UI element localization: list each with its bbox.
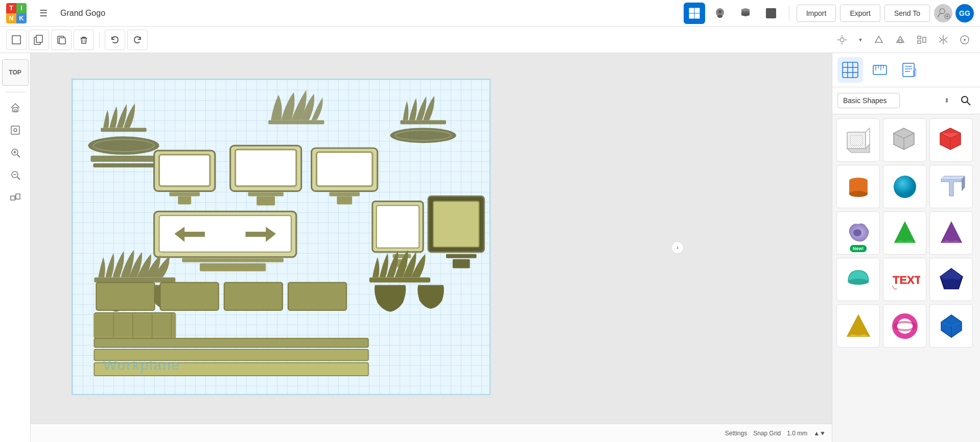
svg-rect-56 bbox=[178, 197, 191, 205]
hamburger-menu[interactable]: ☰ bbox=[33, 3, 54, 24]
shape-sphere[interactable] bbox=[883, 165, 926, 208]
export-button[interactable]: Export bbox=[840, 5, 880, 22]
snap-grid-adjust[interactable]: ▲▼ bbox=[813, 430, 826, 437]
logo-i: I bbox=[16, 3, 27, 13]
shape-blue-gem[interactable] bbox=[929, 304, 973, 348]
mirror-tool[interactable] bbox=[934, 31, 952, 49]
user-avatar[interactable]: GG bbox=[955, 4, 974, 22]
svg-rect-80 bbox=[94, 277, 175, 282]
svg-rect-3 bbox=[695, 14, 699, 18]
svg-rect-47 bbox=[268, 120, 324, 124]
duplicate-tool[interactable] bbox=[51, 30, 72, 50]
svg-point-120 bbox=[895, 316, 915, 336]
import-button[interactable]: Import bbox=[797, 5, 836, 22]
search-shapes-btn[interactable] bbox=[956, 91, 975, 110]
build-view-btn[interactable] bbox=[735, 3, 756, 24]
svg-rect-113 bbox=[850, 135, 862, 145]
app-logo: T I N K bbox=[6, 3, 27, 23]
shapes-category-dropdown[interactable]: Basic Shapes Featured Text & Numbers Con… bbox=[837, 93, 900, 108]
svg-rect-89 bbox=[160, 282, 219, 310]
shape-box-hole[interactable] bbox=[836, 118, 880, 162]
ruler-tab-btn[interactable] bbox=[867, 57, 893, 83]
svg-rect-55 bbox=[169, 192, 200, 197]
topbar: T I N K ☰ Grand Gogo Import Export Send … bbox=[0, 0, 980, 27]
shape-text-red[interactable]: TEXT bbox=[883, 258, 926, 301]
light-tool[interactable] bbox=[833, 31, 851, 49]
svg-rect-91 bbox=[288, 282, 346, 310]
svg-rect-34 bbox=[11, 126, 19, 134]
zoom-out-btn[interactable] bbox=[6, 166, 25, 184]
svg-rect-70 bbox=[182, 258, 284, 262]
svg-rect-71 bbox=[200, 263, 266, 272]
dropdown-arrow: ⬍ bbox=[944, 97, 949, 104]
svg-point-4 bbox=[718, 10, 721, 13]
svg-rect-81 bbox=[369, 277, 430, 282]
perspective-btn[interactable] bbox=[6, 188, 25, 207]
shape-scribble[interactable]: New! bbox=[836, 211, 880, 255]
shape-pyramid-green[interactable] bbox=[883, 211, 926, 255]
svg-rect-11 bbox=[12, 36, 20, 44]
svg-rect-88 bbox=[96, 282, 154, 310]
undo-tool[interactable] bbox=[105, 30, 125, 50]
add-user-icon[interactable] bbox=[934, 4, 952, 22]
group-tool[interactable] bbox=[955, 31, 974, 49]
svg-line-111 bbox=[967, 102, 970, 105]
gallery-view-btn[interactable] bbox=[709, 3, 731, 24]
svg-marker-109 bbox=[913, 70, 916, 77]
shape-outline-tool[interactable] bbox=[870, 31, 888, 49]
shape-triangle-yellow[interactable] bbox=[836, 304, 880, 348]
light-dropdown[interactable]: ▾ bbox=[854, 31, 867, 49]
workplane-label: Workplane bbox=[103, 357, 180, 374]
home-view-btn[interactable] bbox=[6, 99, 25, 117]
svg-line-39 bbox=[17, 155, 20, 157]
copy-tool[interactable] bbox=[29, 30, 49, 50]
settings-label[interactable]: Settings bbox=[725, 430, 747, 437]
shape-pyramid-purple[interactable] bbox=[929, 211, 973, 255]
delete-tool[interactable] bbox=[74, 30, 94, 50]
collapse-panel-arrow[interactable]: › bbox=[671, 241, 684, 254]
sim-view-btn[interactable] bbox=[760, 3, 782, 24]
svg-point-20 bbox=[840, 38, 844, 42]
zoom-in-btn[interactable] bbox=[6, 143, 25, 162]
redo-tool[interactable] bbox=[127, 30, 148, 50]
send-to-button[interactable]: Send To bbox=[884, 5, 930, 22]
notes-tab-btn[interactable] bbox=[897, 57, 922, 83]
svg-rect-63 bbox=[329, 192, 360, 197]
grid-tab-btn[interactable] bbox=[837, 57, 863, 83]
svg-rect-73 bbox=[377, 205, 419, 248]
shape-cylinder[interactable] bbox=[836, 165, 880, 208]
shape-filled-tool[interactable] bbox=[891, 31, 909, 49]
svg-rect-90 bbox=[224, 282, 283, 310]
svg-rect-54 bbox=[159, 155, 210, 186]
svg-text:TEXT: TEXT bbox=[893, 274, 920, 286]
shape-pentagon[interactable] bbox=[929, 258, 973, 301]
shape-box-red[interactable] bbox=[929, 118, 973, 162]
svg-rect-2 bbox=[689, 14, 694, 18]
svg-rect-77 bbox=[433, 201, 479, 247]
shape-box-solid[interactable] bbox=[883, 118, 926, 162]
grid-view-btn[interactable] bbox=[684, 3, 705, 24]
select-tool[interactable] bbox=[6, 30, 27, 50]
canvas-area[interactable]: Workplane Settings Snap Grid 1.0 mm ▲▼ › bbox=[31, 53, 832, 442]
svg-point-117 bbox=[894, 176, 916, 198]
shape-half-sphere[interactable] bbox=[836, 258, 880, 301]
svg-rect-43 bbox=[11, 196, 15, 200]
right-panel-header bbox=[832, 53, 980, 87]
view-label: TOP bbox=[2, 59, 29, 86]
shape-text-3d-light[interactable] bbox=[929, 165, 973, 208]
svg-rect-15 bbox=[59, 38, 65, 44]
fit-view-btn[interactable] bbox=[6, 121, 25, 139]
svg-rect-65 bbox=[400, 120, 446, 124]
svg-point-110 bbox=[962, 96, 968, 103]
svg-rect-28 bbox=[923, 37, 926, 42]
settings-bar: Settings Snap Grid 1.0 mm ▲▼ bbox=[31, 424, 832, 442]
svg-point-121 bbox=[895, 322, 915, 330]
align-tool[interactable] bbox=[913, 31, 931, 49]
shapes-grid: New! TEXT bbox=[832, 114, 980, 442]
shapes-row-3: New! bbox=[836, 211, 976, 255]
snap-grid-value: 1.0 mm bbox=[787, 430, 807, 437]
svg-rect-95 bbox=[843, 62, 858, 78]
new-badge: New! bbox=[850, 245, 867, 252]
shape-torus-pink[interactable] bbox=[883, 304, 926, 348]
shapes-selector: Basic Shapes Featured Text & Numbers Con… bbox=[832, 87, 980, 114]
